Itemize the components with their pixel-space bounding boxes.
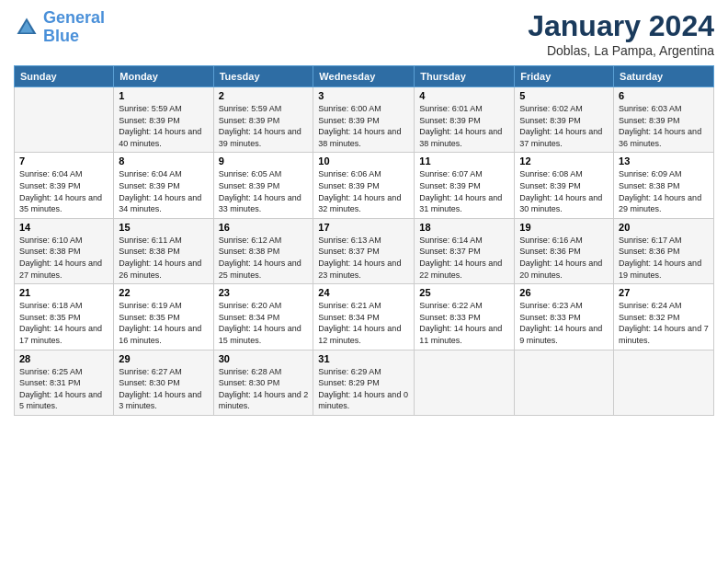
day-info: Sunrise: 6:23 AMSunset: 8:33 PMDaylight:… [519,300,609,346]
day-number: 27 [619,287,709,298]
day-info: Sunrise: 6:17 AMSunset: 8:36 PMDaylight:… [619,235,709,281]
day-number: 15 [119,222,208,233]
col-tuesday: Tuesday [213,66,313,87]
day-number: 3 [318,90,409,101]
day-number: 30 [219,353,309,364]
day-info: Sunrise: 5:59 AMSunset: 8:39 PMDaylight:… [119,103,208,149]
day-info: Sunrise: 6:25 AMSunset: 8:31 PMDaylight:… [19,366,108,412]
title-block: January 2024 Doblas, La Pampa, Argentina [528,9,714,58]
calendar-week-3: 21 Sunrise: 6:18 AMSunset: 8:35 PMDaylig… [15,284,714,350]
day-info: Sunrise: 6:05 AMSunset: 8:39 PMDaylight:… [219,168,309,214]
calendar-cell: 30 Sunrise: 6:28 AMSunset: 8:30 PMDaylig… [213,350,313,415]
day-number: 7 [19,155,108,167]
calendar-cell: 12 Sunrise: 6:08 AMSunset: 8:39 PMDaylig… [515,153,614,218]
col-saturday: Saturday [614,66,714,87]
day-info: Sunrise: 6:12 AMSunset: 8:38 PMDaylight:… [219,235,309,281]
day-info: Sunrise: 6:16 AMSunset: 8:36 PMDaylight:… [519,235,609,281]
day-info: Sunrise: 6:14 AMSunset: 8:37 PMDaylight:… [419,235,509,281]
day-number: 2 [219,90,309,101]
calendar-cell: 19 Sunrise: 6:16 AMSunset: 8:36 PMDaylig… [515,218,614,283]
calendar-cell: 16 Sunrise: 6:12 AMSunset: 8:38 PMDaylig… [213,218,313,283]
day-info: Sunrise: 6:01 AMSunset: 8:39 PMDaylight:… [419,103,509,149]
calendar-cell: 24 Sunrise: 6:21 AMSunset: 8:34 PMDaylig… [313,284,415,350]
col-friday: Friday [515,66,614,87]
day-info: Sunrise: 6:03 AMSunset: 8:39 PMDaylight:… [619,103,709,149]
day-info: Sunrise: 6:18 AMSunset: 8:35 PMDaylight:… [19,300,108,346]
calendar-week-4: 28 Sunrise: 6:25 AMSunset: 8:31 PMDaylig… [15,350,714,415]
day-info: Sunrise: 6:08 AMSunset: 8:39 PMDaylight:… [519,168,609,214]
calendar-cell [614,350,714,415]
calendar-cell: 1 Sunrise: 5:59 AMSunset: 8:39 PMDayligh… [114,87,213,153]
calendar-cell: 4 Sunrise: 6:01 AMSunset: 8:39 PMDayligh… [415,87,515,153]
day-number: 10 [318,155,409,167]
calendar-cell: 14 Sunrise: 6:10 AMSunset: 8:38 PMDaylig… [15,218,114,283]
calendar-week-2: 14 Sunrise: 6:10 AMSunset: 8:38 PMDaylig… [15,218,714,283]
day-number: 14 [19,222,108,233]
calendar-cell: 6 Sunrise: 6:03 AMSunset: 8:39 PMDayligh… [614,87,714,153]
day-info: Sunrise: 6:04 AMSunset: 8:39 PMDaylight:… [119,168,208,214]
day-number: 1 [119,90,208,101]
day-info: Sunrise: 6:29 AMSunset: 8:29 PMDaylight:… [318,366,409,412]
calendar-cell: 15 Sunrise: 6:11 AMSunset: 8:38 PMDaylig… [114,218,213,283]
day-number: 8 [119,155,208,167]
col-monday: Monday [114,66,213,87]
day-info: Sunrise: 6:07 AMSunset: 8:39 PMDaylight:… [419,168,509,214]
day-info: Sunrise: 6:09 AMSunset: 8:38 PMDaylight:… [619,168,709,214]
calendar-cell: 10 Sunrise: 6:06 AMSunset: 8:39 PMDaylig… [313,153,415,218]
day-info: Sunrise: 6:19 AMSunset: 8:35 PMDaylight:… [119,300,208,346]
day-number: 5 [519,90,609,101]
calendar-cell: 8 Sunrise: 6:04 AMSunset: 8:39 PMDayligh… [114,153,213,218]
calendar-cell: 20 Sunrise: 6:17 AMSunset: 8:36 PMDaylig… [614,218,714,283]
day-info: Sunrise: 6:02 AMSunset: 8:39 PMDaylight:… [519,103,609,149]
day-number: 31 [318,353,409,364]
page: General Blue January 2024 Doblas, La Pam… [0,0,728,563]
calendar-week-0: 1 Sunrise: 5:59 AMSunset: 8:39 PMDayligh… [15,87,714,153]
calendar-week-1: 7 Sunrise: 6:04 AMSunset: 8:39 PMDayligh… [15,153,714,218]
col-sunday: Sunday [15,66,114,87]
col-wednesday: Wednesday [313,66,415,87]
day-number: 18 [419,222,509,233]
calendar-table: Sunday Monday Tuesday Wednesday Thursday… [14,65,714,416]
day-number: 19 [519,222,609,233]
calendar-cell: 26 Sunrise: 6:23 AMSunset: 8:33 PMDaylig… [515,284,614,350]
calendar-cell: 29 Sunrise: 6:27 AMSunset: 8:30 PMDaylig… [114,350,213,415]
day-number: 20 [619,222,709,233]
day-info: Sunrise: 6:10 AMSunset: 8:38 PMDaylight:… [19,235,108,281]
day-number: 22 [119,287,208,298]
header: General Blue January 2024 Doblas, La Pam… [14,9,714,58]
day-info: Sunrise: 6:04 AMSunset: 8:39 PMDaylight:… [19,168,108,214]
calendar-cell [415,350,515,415]
day-number: 26 [519,287,609,298]
logo: General Blue [14,9,105,46]
calendar-cell: 13 Sunrise: 6:09 AMSunset: 8:38 PMDaylig… [614,153,714,218]
calendar-cell: 11 Sunrise: 6:07 AMSunset: 8:39 PMDaylig… [415,153,515,218]
logo-icon [14,15,40,40]
day-info: Sunrise: 6:27 AMSunset: 8:30 PMDaylight:… [119,366,208,412]
day-number: 13 [619,155,709,167]
day-info: Sunrise: 6:06 AMSunset: 8:39 PMDaylight:… [318,168,409,214]
day-number: 21 [19,287,108,298]
calendar-body: 1 Sunrise: 5:59 AMSunset: 8:39 PMDayligh… [15,87,714,416]
day-info: Sunrise: 5:59 AMSunset: 8:39 PMDaylight:… [219,103,309,149]
calendar-cell: 18 Sunrise: 6:14 AMSunset: 8:37 PMDaylig… [415,218,515,283]
calendar-cell: 22 Sunrise: 6:19 AMSunset: 8:35 PMDaylig… [114,284,213,350]
subtitle: Doblas, La Pampa, Argentina [528,43,714,58]
day-number: 28 [19,353,108,364]
calendar-cell [15,87,114,153]
day-number: 11 [419,155,509,167]
calendar-cell: 31 Sunrise: 6:29 AMSunset: 8:29 PMDaylig… [313,350,415,415]
day-info: Sunrise: 6:24 AMSunset: 8:32 PMDaylight:… [619,300,709,346]
month-title: January 2024 [528,9,714,43]
calendar-cell: 3 Sunrise: 6:00 AMSunset: 8:39 PMDayligh… [313,87,415,153]
day-number: 4 [419,90,509,101]
calendar-cell: 7 Sunrise: 6:04 AMSunset: 8:39 PMDayligh… [15,153,114,218]
logo-line1: General [43,8,105,27]
day-number: 17 [318,222,409,233]
calendar-cell: 9 Sunrise: 6:05 AMSunset: 8:39 PMDayligh… [213,153,313,218]
day-info: Sunrise: 6:11 AMSunset: 8:38 PMDaylight:… [119,235,208,281]
day-info: Sunrise: 6:21 AMSunset: 8:34 PMDaylight:… [318,300,409,346]
day-number: 16 [219,222,309,233]
day-number: 9 [219,155,309,167]
day-number: 29 [119,353,208,364]
calendar-cell: 28 Sunrise: 6:25 AMSunset: 8:31 PMDaylig… [15,350,114,415]
